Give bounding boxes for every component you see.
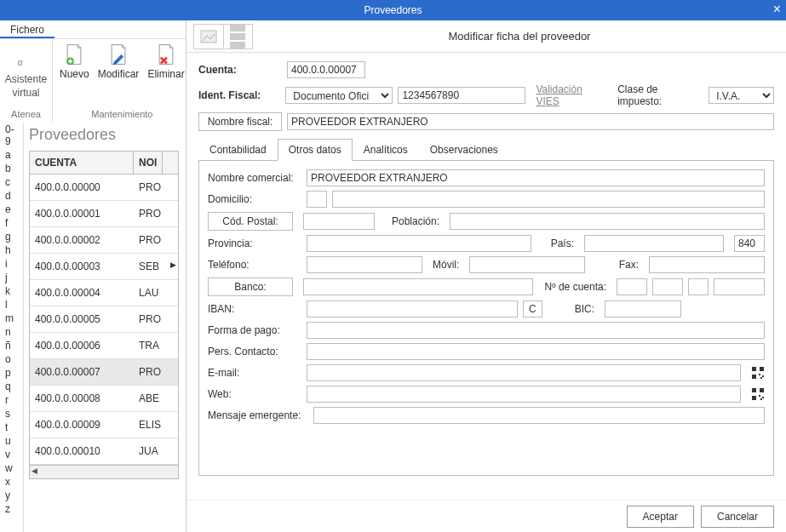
bic-label: BIC:: [575, 303, 594, 315]
qr-icon[interactable]: [751, 366, 765, 380]
alpha-item[interactable]: d: [0, 189, 23, 203]
alpha-item[interactable]: t: [0, 420, 23, 434]
alpha-item[interactable]: 0-9: [0, 123, 23, 148]
ident-tipo-select[interactable]: Documento Ofici: [285, 87, 393, 104]
image-view-icon[interactable]: [194, 25, 224, 49]
cuenta-input[interactable]: [287, 61, 365, 78]
cell-nombre: ELIS: [134, 412, 166, 438]
pers-contacto-input[interactable]: [307, 343, 765, 360]
table-row[interactable]: 400.0.0.00010JUA: [30, 438, 178, 465]
modificar-button[interactable]: Modificar: [98, 43, 140, 80]
alpha-item[interactable]: i: [0, 257, 23, 271]
alpha-item[interactable]: r: [0, 393, 23, 407]
tab-otros-datos[interactable]: Otros datos: [278, 139, 353, 161]
alpha-item[interactable]: h: [0, 243, 23, 257]
alpha-item[interactable]: u: [0, 434, 23, 448]
alpha-item[interactable]: p: [0, 366, 23, 380]
pais-code-input[interactable]: [734, 235, 765, 252]
alpha-item[interactable]: x: [0, 475, 23, 489]
alpha-navigator[interactable]: 0-9abcdefghijklmnñopqrstuvwxyz: [0, 123, 24, 532]
mensaje-emergente-input[interactable]: [313, 407, 765, 424]
table-row[interactable]: 400.0.0.00001PRO: [30, 201, 178, 227]
ident-fiscal-input[interactable]: [398, 87, 525, 104]
table-row[interactable]: 400.0.0.00008ABE: [30, 386, 178, 412]
nuevo-button[interactable]: Nuevo: [60, 43, 89, 80]
fax-input[interactable]: [649, 256, 765, 273]
domicilio-input[interactable]: [332, 191, 765, 208]
cod-postal-input[interactable]: [303, 213, 375, 230]
table-row[interactable]: 400.0.0.00002PRO: [30, 227, 178, 254]
iban-c-button[interactable]: C: [523, 300, 542, 317]
alpha-item[interactable]: l: [0, 298, 23, 312]
banco-button[interactable]: Banco:: [208, 277, 293, 296]
nombre-comercial-input[interactable]: [307, 169, 765, 186]
close-icon[interactable]: ×: [773, 2, 781, 17]
qr-icon[interactable]: [751, 387, 765, 401]
alpha-item[interactable]: o: [0, 352, 23, 366]
alpha-item[interactable]: e: [0, 203, 23, 216]
domicilio-label: Domicilio:: [208, 193, 301, 205]
domicilio-tipo-input[interactable]: [307, 191, 327, 208]
alpha-item[interactable]: g: [0, 230, 23, 243]
alpha-item[interactable]: z: [0, 502, 23, 516]
table-row[interactable]: 400.0.0.00003SEB: [30, 254, 178, 280]
asistente-virtual-button[interactable]: α Asistente virtual: [7, 48, 45, 99]
grid-horizontal-scrollbar[interactable]: [30, 465, 178, 478]
email-input[interactable]: [307, 364, 741, 381]
web-input[interactable]: [307, 386, 741, 403]
banco-input[interactable]: [303, 278, 533, 295]
num-cuenta-2[interactable]: [652, 278, 683, 295]
table-row[interactable]: 400.0.0.00006TRA: [30, 333, 178, 359]
svg-rect-4: [752, 367, 756, 371]
alpha-item[interactable]: a: [0, 148, 23, 162]
tab-observaciones[interactable]: Observaciones: [419, 139, 509, 161]
ribbon-tab-fichero[interactable]: Fichero: [0, 20, 55, 38]
poblacion-input[interactable]: [450, 213, 765, 230]
eliminar-button[interactable]: Eliminar: [147, 43, 184, 80]
cancelar-button[interactable]: Cancelar: [701, 506, 774, 528]
alpha-item[interactable]: f: [0, 216, 23, 230]
col-nombre-header[interactable]: NOI: [134, 152, 163, 174]
alpha-item[interactable]: v: [0, 448, 23, 461]
alpha-item[interactable]: y: [0, 489, 23, 502]
nombre-fiscal-button[interactable]: Nombre fiscal:: [198, 112, 282, 131]
num-cuenta-3[interactable]: [688, 278, 709, 295]
num-cuenta-1[interactable]: [617, 278, 647, 295]
alpha-item[interactable]: w: [0, 461, 23, 475]
num-cuenta-4[interactable]: [714, 278, 765, 295]
alpha-item[interactable]: c: [0, 175, 23, 189]
alpha-item[interactable]: n: [0, 325, 23, 339]
aceptar-button[interactable]: Aceptar: [627, 506, 694, 528]
alpha-item[interactable]: b: [0, 162, 23, 175]
alpha-item[interactable]: k: [0, 284, 23, 298]
table-row[interactable]: 400.0.0.00009ELIS: [30, 412, 178, 438]
alpha-item[interactable]: q: [0, 380, 23, 393]
alpha-item[interactable]: m: [0, 312, 23, 325]
table-row[interactable]: 400.0.0.00000PRO: [30, 174, 178, 201]
alpha-item[interactable]: s: [0, 407, 23, 420]
ribbon-group-atenea: Atenea: [7, 109, 45, 119]
telefono-input[interactable]: [307, 256, 422, 273]
tab-analiticos[interactable]: Analíticos: [353, 139, 419, 161]
table-row[interactable]: 400.0.0.00004LAU: [30, 280, 178, 306]
bic-input[interactable]: [605, 300, 681, 317]
col-cuenta-header[interactable]: CUENTA: [30, 152, 134, 174]
forma-pago-input[interactable]: [307, 322, 765, 339]
cod-postal-button[interactable]: Cód. Postal:: [208, 212, 293, 231]
document-delete-icon: [154, 43, 178, 66]
table-row[interactable]: 400.0.0.00007PRO: [30, 359, 178, 386]
provincia-input[interactable]: [307, 235, 531, 252]
pais-select[interactable]: ESTADOS UNIDOS: [584, 235, 724, 252]
iban-input[interactable]: [307, 300, 518, 317]
clase-impuesto-select[interactable]: I.V.A.: [709, 87, 774, 104]
alpha-item[interactable]: ñ: [0, 339, 23, 352]
tab-contabilidad[interactable]: Contabilidad: [198, 139, 278, 161]
movil-input[interactable]: [469, 256, 585, 273]
view-mode-toggle[interactable]: [193, 24, 253, 49]
cell-nombre: PRO: [134, 359, 166, 385]
table-row[interactable]: 400.0.0.00005PRO: [30, 306, 178, 333]
alpha-item[interactable]: j: [0, 271, 23, 284]
validacion-vies-link[interactable]: Validación VIES: [536, 83, 607, 107]
nombre-fiscal-input[interactable]: [287, 113, 774, 130]
list-view-icon[interactable]: [224, 25, 253, 49]
